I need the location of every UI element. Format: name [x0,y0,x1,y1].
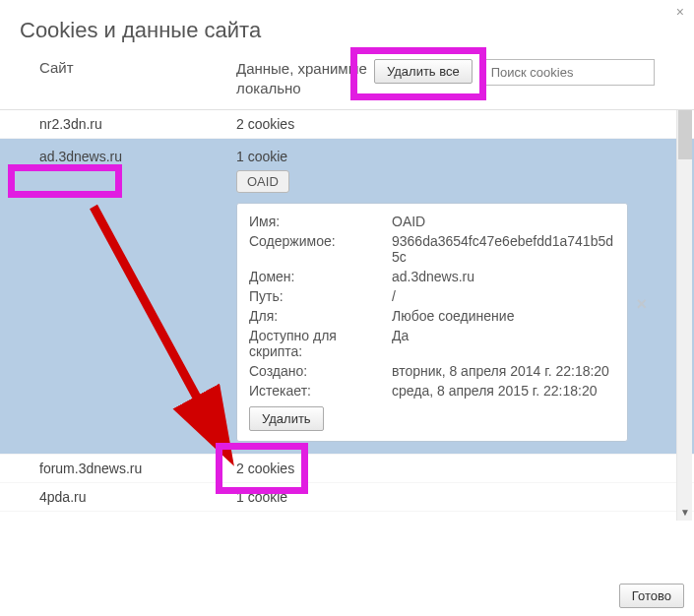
column-headers: Сайт Данные, хранимые локально Удалить в… [0,51,694,109]
data-cell: 2 cookies [236,461,294,476]
done-button[interactable]: Готово [619,584,684,608]
delete-cookie-button[interactable]: Удалить [249,406,324,431]
detail-label: Домен: [249,269,392,284]
table-row[interactable]: forum.3dnews.ru 2 cookies [0,455,694,483]
detail-label: Доступно для скрипта: [249,328,392,359]
dialog-title: Cookies и данные сайта [0,0,694,51]
data-cell: 1 cookie [236,489,287,505]
delete-all-button[interactable]: Удалить все [374,59,473,84]
table-row[interactable]: 4pda.ru 1 cookie [0,483,694,512]
detail-value: 9366da3654fc47e6ebefdd1a741b5d5c [392,233,615,265]
data-cell: 2 cookies [236,116,294,132]
table-row-selected[interactable]: ad.3dnews.ru 1 cookie OAID × Имя:OAID Со… [0,139,694,455]
detail-label: Путь: [249,288,392,304]
detail-value: Любое соединение [392,308,615,324]
detail-value: вторник, 8 апреля 2014 г. 22:18:20 [392,363,615,379]
detail-value: OAID [392,214,615,229]
search-input[interactable] [482,59,655,86]
scroll-down-icon[interactable]: ▼ [677,505,693,521]
scrollbar[interactable]: ▲ ▼ [676,110,692,521]
table-row[interactable]: nr2.3dn.ru 2 cookies [0,110,694,139]
close-icon[interactable]: × [676,4,684,20]
detail-label: Для: [249,308,392,324]
detail-label: Создано: [249,363,392,379]
scroll-thumb[interactable] [678,110,692,159]
dialog-footer: Готово [619,584,684,608]
detail-value: ad.3dnews.ru [392,269,615,284]
site-cell: 4pda.ru [39,489,236,505]
data-cell: 1 cookie [236,149,289,164]
column-data: Данные, хранимые локально [236,59,374,99]
detail-value: / [392,288,615,304]
close-detail-icon[interactable]: × [636,294,647,315]
cookie-chip[interactable]: OAID [236,170,289,193]
cookies-dialog: × Cookies и данные сайта Сайт Данные, хр… [0,0,694,616]
column-site: Сайт [39,59,236,76]
detail-label: Имя: [249,214,392,229]
site-cell: ad.3dnews.ru [39,149,236,193]
detail-label: Истекает: [249,383,392,399]
site-cell: forum.3dnews.ru [39,461,236,476]
site-list: nr2.3dn.ru 2 cookies ad.3dnews.ru 1 cook… [0,109,694,521]
detail-value: среда, 8 апреля 2015 г. 22:18:20 [392,383,615,399]
detail-value: Да [392,328,615,359]
cookie-detail-panel: × Имя:OAID Содержимое:9366da3654fc47e6eb… [236,203,628,442]
detail-label: Содержимое: [249,233,392,265]
site-cell: nr2.3dn.ru [39,116,236,132]
